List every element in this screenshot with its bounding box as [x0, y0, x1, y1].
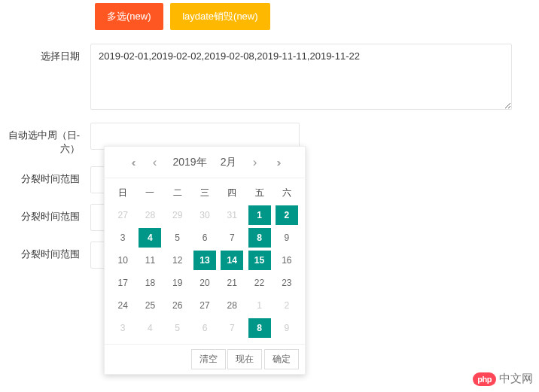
calendar-day[interactable]: 21: [218, 272, 245, 294]
calendar-day[interactable]: 12: [164, 249, 191, 272]
calendar-day[interactable]: 7: [218, 317, 245, 339]
calendar-day[interactable]: 27: [191, 294, 218, 317]
next-month-icon[interactable]: ›: [245, 155, 263, 170]
calendar-day[interactable]: 1: [245, 204, 273, 226]
weekday-header: 二: [164, 181, 191, 204]
calendar-day[interactable]: 29: [164, 204, 191, 226]
select-date-textarea[interactable]: 2019-02-01,2019-02-02,2019-02-08,2019-11…: [90, 44, 512, 110]
calendar-day[interactable]: 17: [109, 272, 136, 294]
multi-select-button[interactable]: 多选(new): [95, 3, 163, 30]
calendar-day[interactable]: 2: [273, 204, 300, 226]
next-year-icon[interactable]: ››: [268, 156, 286, 169]
calendar-day[interactable]: 19: [164, 272, 191, 294]
weekday-header: 五: [245, 181, 273, 204]
date-picker-header: ‹‹ ‹ 2019年 2月 › ››: [105, 147, 305, 178]
weekday-header: 六: [273, 181, 300, 204]
calendar-day[interactable]: 31: [218, 204, 245, 226]
calendar-day[interactable]: 27: [109, 204, 136, 226]
site-logo: php 中文网: [473, 372, 533, 386]
calendar-day[interactable]: 15: [245, 249, 273, 272]
calendar-day[interactable]: 5: [164, 317, 191, 339]
logo-badge: php: [473, 372, 496, 386]
date-picker-footer: 清空 现在 确定: [105, 344, 305, 374]
calendar-day[interactable]: 9: [273, 226, 300, 249]
label-split-range-1: 分裂时间范围: [0, 166, 90, 186]
calendar-day[interactable]: 6: [191, 226, 218, 249]
calendar-day[interactable]: 3: [109, 317, 136, 339]
laydate-destroy-button[interactable]: laydate销毁(new): [170, 3, 270, 30]
label-split-range-3: 分裂时间范围: [0, 242, 90, 261]
calendar-day[interactable]: 25: [136, 294, 163, 317]
calendar-day[interactable]: 14: [218, 249, 245, 272]
logo-text: 中文网: [499, 372, 533, 386]
calendar-day[interactable]: 10: [109, 249, 136, 272]
label-select-date: 选择日期: [0, 44, 90, 63]
calendar-day[interactable]: 13: [191, 249, 218, 272]
calendar-day[interactable]: 22: [245, 272, 273, 294]
calendar-day[interactable]: 6: [191, 317, 218, 339]
year-label[interactable]: 2019年: [169, 156, 212, 169]
label-split-range-2: 分裂时间范围: [0, 204, 90, 223]
calendar-day[interactable]: 23: [273, 272, 300, 294]
now-button[interactable]: 现在: [227, 349, 262, 369]
calendar-day[interactable]: 18: [136, 272, 163, 294]
weekday-header: 四: [218, 181, 245, 204]
calendar-day[interactable]: 4: [136, 317, 163, 339]
calendar-day[interactable]: 8: [245, 317, 273, 339]
prev-year-icon[interactable]: ‹‹: [123, 156, 142, 169]
clear-button[interactable]: 清空: [191, 349, 226, 369]
calendar-day[interactable]: 26: [164, 294, 191, 317]
confirm-button[interactable]: 确定: [264, 349, 299, 369]
calendar-day[interactable]: 4: [136, 226, 163, 249]
weekday-header: 三: [191, 181, 218, 204]
row-select-date: 选择日期 2019-02-01,2019-02-02,2019-02-08,20…: [0, 44, 539, 112]
calendar-day[interactable]: 3: [109, 226, 136, 249]
calendar-day[interactable]: 8: [245, 226, 273, 249]
calendar-day[interactable]: 9: [273, 317, 300, 339]
calendar-day[interactable]: 30: [191, 204, 218, 226]
calendar-day[interactable]: 11: [136, 249, 163, 272]
calendar-day[interactable]: 2: [273, 294, 300, 317]
label-auto-week: 自动选中周（日-六）: [0, 123, 90, 156]
calendar-day[interactable]: 24: [109, 294, 136, 317]
calendar-day[interactable]: 28: [218, 294, 245, 317]
date-picker-body: 日一二三四五六 27282930311234567891011121314151…: [105, 178, 305, 344]
calendar-table: 日一二三四五六 27282930311234567891011121314151…: [109, 181, 300, 339]
date-picker-panel: ‹‹ ‹ 2019年 2月 › ›› 日一二三四五六 2728293031123…: [104, 146, 306, 375]
calendar-day[interactable]: 16: [273, 249, 300, 272]
calendar-day[interactable]: 1: [245, 294, 273, 317]
calendar-day[interactable]: 28: [136, 204, 163, 226]
calendar-day[interactable]: 20: [191, 272, 218, 294]
top-button-row: 多选(new) laydate销毁(new): [0, 3, 539, 30]
weekday-header: 一: [136, 181, 163, 204]
month-label[interactable]: 2月: [216, 156, 242, 169]
calendar-day[interactable]: 5: [164, 226, 191, 249]
weekday-header: 日: [109, 181, 136, 204]
prev-month-icon[interactable]: ‹: [146, 155, 164, 170]
calendar-day[interactable]: 7: [218, 226, 245, 249]
